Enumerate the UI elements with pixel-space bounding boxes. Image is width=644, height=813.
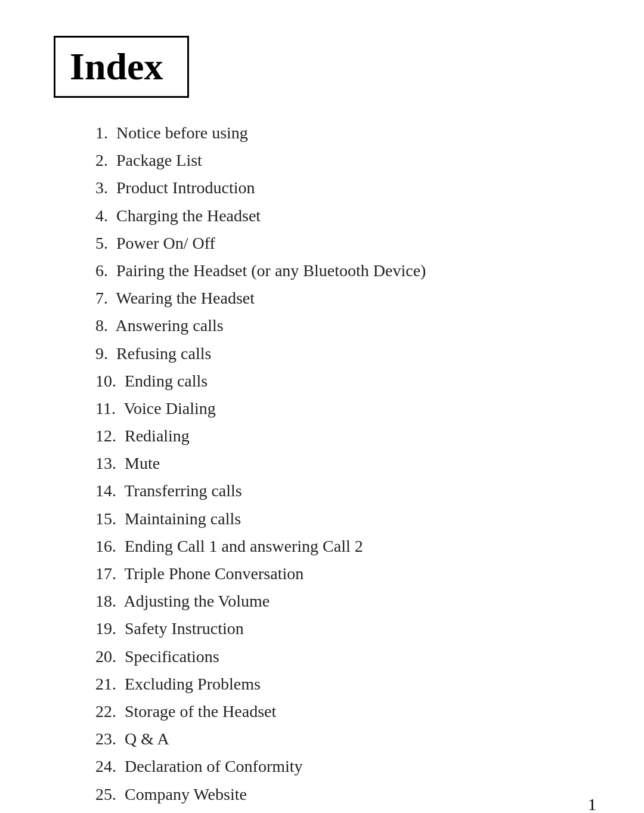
list-item: 16. Ending Call 1 and answering Call 2 [95,533,596,560]
list-item: 15. Maintaining calls [95,505,596,533]
list-item: 4. Charging the Headset [95,202,596,230]
list-item: 6. Pairing the Headset (or any Bluetooth… [95,257,596,285]
list-item: 8. Answering calls [95,312,596,339]
list-item: 22. Storage of the Headset [95,698,596,725]
list-item: 20. Specifications [95,643,596,670]
list-item: 25. Company Website [95,781,596,808]
list-item: 23. Q & A [95,725,596,753]
list-item: 17. Triple Phone Conversation [95,560,596,588]
list-item: 5. Power On/ Off [95,230,596,257]
list-item: 9. Refusing calls [95,340,596,367]
index-title-box: Index [54,36,189,98]
list-item: 24. Declaration of Conformity [95,753,596,780]
page-title: Index [70,45,163,88]
list-item: 19. Safety Instruction [95,615,596,642]
list-item: 13. Mute [95,450,596,477]
list-item: 11. Voice Dialing [95,395,596,422]
list-item: 2. Package List [95,147,596,174]
list-item: 10. Ending calls [95,367,596,395]
list-item: 12. Redialing [95,422,596,450]
index-list: 1. Notice before using2. Package List3. … [95,119,596,808]
list-item: 3. Product Introduction [95,174,596,202]
page: Index 1. Notice before using2. Package L… [0,0,644,813]
list-item: 21. Excluding Problems [95,670,596,698]
list-item: 1. Notice before using [95,119,596,147]
list-item: 14. Transferring calls [95,477,596,505]
list-item: 7. Wearing the Headset [95,285,596,312]
list-item: 18. Adjusting the Volume [95,588,596,615]
page-number: 1 [588,795,596,813]
